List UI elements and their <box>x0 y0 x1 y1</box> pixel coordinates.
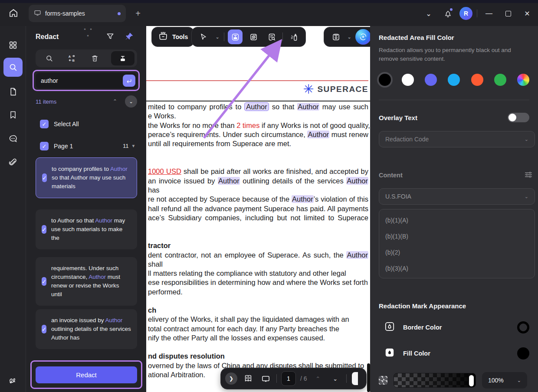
select-tool-button[interactable] <box>196 29 211 44</box>
border-color-swatch[interactable] <box>517 321 529 333</box>
clipped-nav-button[interactable] <box>352 372 358 385</box>
fill-color-swatch-000000[interactable] <box>379 74 391 86</box>
apps-grid-icon[interactable] <box>3 36 23 55</box>
content-settings-button[interactable] <box>523 169 534 180</box>
doc-highlight[interactable]: Author <box>307 131 329 138</box>
redaction-code-select[interactable]: Redaction Code ⌄ <box>379 131 535 147</box>
result-checkbox[interactable]: ✓ <box>42 277 46 286</box>
presentation-button[interactable] <box>259 372 272 385</box>
doc-scrollbar-thumb[interactable] <box>367 363 370 392</box>
page-number-input[interactable]: 1 <box>281 371 296 386</box>
bookmark-icon[interactable] <box>3 105 23 124</box>
replace-mode-button[interactable]: AB <box>66 52 79 65</box>
page-row[interactable]: ✓ Page 1 <box>40 142 73 150</box>
chevron-down-icon: ▼ <box>131 144 136 148</box>
fill-color-swatch[interactable] <box>517 347 529 359</box>
redact-text-tool-button[interactable] <box>228 29 243 44</box>
pin-panel-button[interactable] <box>122 30 137 45</box>
doc-highlight[interactable]: Author <box>218 177 240 185</box>
select-tool-chevron[interactable]: ⌄ <box>214 34 220 40</box>
search-result-card[interactable]: ✓to Author so that Author may use such m… <box>36 209 137 249</box>
border-color-row: Border Color <box>384 321 529 334</box>
overlay-text-row: Overlay Text <box>379 113 529 122</box>
next-page-button[interactable]: ⌄ <box>329 372 342 385</box>
expand-all-button[interactable]: ⌄ <box>125 95 137 108</box>
search-result-card[interactable]: ✓requirements. Under such circumstance, … <box>36 257 137 306</box>
redact-button[interactable]: Redact <box>36 366 137 383</box>
select-all-checkbox[interactable]: ✓ <box>40 120 49 128</box>
search-mode-button[interactable] <box>43 52 56 65</box>
doc-highlight[interactable]: Author <box>292 195 314 203</box>
redact-area-tool-button[interactable] <box>246 29 261 44</box>
fill-color-row: Fill Color <box>384 347 529 360</box>
doc-line: re not accepted by Superace because of t… <box>148 195 368 204</box>
page-checkbox[interactable]: ✓ <box>40 142 49 150</box>
opacity-value: 100% <box>488 377 504 384</box>
ai-assistant-button[interactable] <box>355 29 371 45</box>
code-option[interactable]: (b)(1)(B) <box>379 228 535 244</box>
result-checkbox[interactable]: ✓ <box>42 173 47 182</box>
opacity-slider-knob[interactable] <box>469 375 474 386</box>
pdf-page[interactable]: ✳ SUPERACE mited to company profiles to … <box>146 26 370 392</box>
doc-highlight[interactable]: Author <box>346 177 368 185</box>
search-and-redact-button[interactable] <box>264 29 279 44</box>
tools-pill[interactable]: Tools <box>151 27 194 47</box>
result-snippet: to company profiles to Author so that Au… <box>52 165 131 191</box>
notifications-button[interactable] <box>440 6 455 21</box>
page-layout-button[interactable] <box>242 372 255 385</box>
filter-button[interactable] <box>104 31 117 44</box>
close-button[interactable]: ✕ <box>520 6 535 21</box>
page-match-count[interactable]: 11▼ <box>123 143 135 149</box>
doc-highlight[interactable]: Author <box>346 251 368 259</box>
search-result-card[interactable]: ✓an invoice issued by Author outlining d… <box>36 309 137 349</box>
content-label: Content <box>379 172 403 179</box>
fill-color-swatch-custom[interactable] <box>517 74 529 86</box>
doc-highlight[interactable]: Author <box>244 102 269 111</box>
select-all-row[interactable]: ✓ Select All <box>40 120 79 128</box>
expand-nav-button[interactable]: ❯ <box>225 372 237 385</box>
code-option[interactable]: (b)(1)(A) <box>379 212 535 228</box>
search-input-wrap <box>36 73 137 88</box>
signature-icon[interactable] <box>3 370 23 389</box>
minimize-button[interactable]: — <box>482 6 496 21</box>
doc-line: the Works for no more than 2 times if an… <box>148 121 368 130</box>
panel-drag-handle[interactable]: • • • <box>82 26 95 39</box>
search-input[interactable] <box>41 77 123 84</box>
collapse-toolbar-chevron[interactable]: ⌄ <box>421 6 436 21</box>
fill-color-swatch-ffffff[interactable] <box>402 74 414 86</box>
new-tab-button[interactable]: + <box>132 8 144 19</box>
document-tab[interactable]: forms-samples <box>29 5 126 22</box>
attachment-icon[interactable] <box>3 153 23 172</box>
maximize-button[interactable] <box>501 6 515 21</box>
code-option[interactable]: (b)(2) <box>379 244 535 260</box>
doc-line: elivery of the Works, it shall pay the l… <box>148 315 368 324</box>
previous-page-button[interactable]: ⌃ <box>312 372 325 385</box>
save-button[interactable] <box>328 29 343 44</box>
search-panel-icon[interactable] <box>3 58 23 77</box>
opacity-dropdown[interactable]: 100% ⌄ <box>482 372 527 389</box>
fill-color-swatch-2fb350[interactable] <box>494 74 506 86</box>
comments-icon[interactable] <box>3 129 23 148</box>
overlay-text-toggle[interactable] <box>508 113 529 122</box>
fill-color-swatch-6467f2[interactable] <box>425 74 437 86</box>
pages-icon[interactable] <box>3 82 23 101</box>
fill-color-swatch-1cabf2[interactable] <box>448 74 460 86</box>
save-chevron[interactable]: ⌄ <box>346 34 352 40</box>
doc-paragraph: 1000 USD shall be paid after all works a… <box>148 167 368 222</box>
avatar[interactable]: R <box>459 7 472 20</box>
svg-text:B: B <box>72 59 75 62</box>
search-result-card[interactable]: ✓to company profiles to Author so that A… <box>36 157 137 198</box>
opacity-slider[interactable] <box>394 373 476 388</box>
submit-search-button[interactable] <box>123 75 135 87</box>
collapse-chevron-icon[interactable]: ⌃ <box>113 98 117 105</box>
fill-color-swatch-fd5b33[interactable] <box>471 74 483 86</box>
result-checkbox[interactable]: ✓ <box>42 225 46 234</box>
redact-mode-button[interactable] <box>111 51 134 65</box>
doc-highlight[interactable]: Author <box>297 103 319 111</box>
delete-results-button[interactable] <box>88 52 101 65</box>
sanitize-tool-button[interactable] <box>286 29 301 44</box>
home-button[interactable] <box>5 6 22 22</box>
code-set-select[interactable]: U.S.FOIA ⌄ <box>379 188 535 205</box>
code-option[interactable]: (b)(3)(A) <box>379 260 535 276</box>
result-checkbox[interactable]: ✓ <box>42 325 46 333</box>
